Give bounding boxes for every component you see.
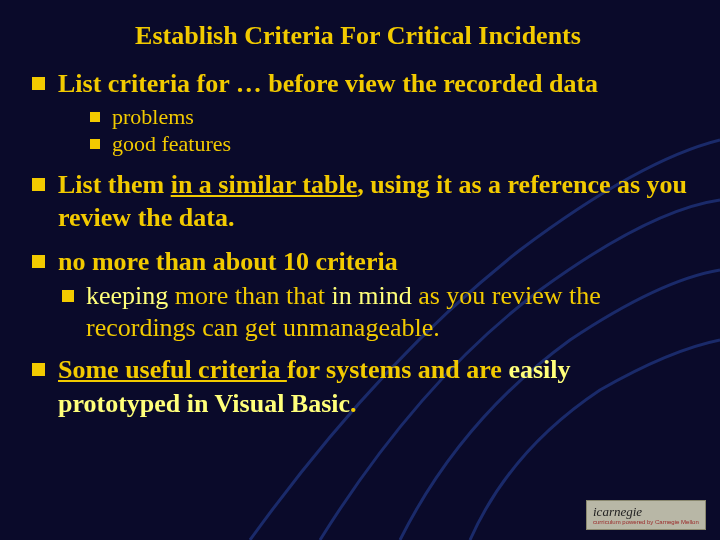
bullet-1-sublist: problems good features (58, 104, 690, 158)
bullet-3-sub-hi1: keeping (86, 281, 168, 310)
bullet-3-text: no more than about 10 criteria (58, 247, 398, 276)
bullet-3-sublist: keeping more than that in mind as you re… (58, 280, 690, 343)
bullet-3-sub-hi2: in mind (332, 281, 412, 310)
bullet-3: no more than about 10 criteria keeping m… (26, 245, 690, 344)
slide-title: Establish Criteria For Critical Incident… (26, 20, 690, 51)
bullet-3-sub-p2: more than that (168, 281, 331, 310)
bullet-2-part1: List them (58, 170, 171, 199)
bullet-4-p2: for systems and are (287, 355, 508, 384)
bullet-2-underlined: in a similar table (171, 170, 358, 199)
bullet-2: List them in a similar table, using it a… (26, 168, 690, 235)
slide-root: Establish Criteria For Critical Incident… (0, 0, 720, 540)
bullet-3-sub: keeping more than that in mind as you re… (58, 280, 690, 343)
bullet-1: List criteria for … before view the reco… (26, 67, 690, 158)
bullet-list: List criteria for … before view the reco… (26, 67, 690, 420)
logo-sub-text: curriculum powered by Carnegie Mellon (593, 519, 699, 525)
bullet-4: Some useful criteria for systems and are… (26, 353, 690, 420)
logo-box: icarnegie curriculum powered by Carnegie… (586, 500, 706, 530)
logo-main-text: icarnegie (593, 505, 699, 518)
bullet-4-underlined: Some useful criteria (58, 355, 287, 384)
bullet-1-text: List criteria for … before view the reco… (58, 69, 598, 98)
bullet-1-sub-1: problems (58, 104, 690, 131)
bullet-1-sub-2: good features (58, 131, 690, 158)
logo: icarnegie curriculum powered by Carnegie… (586, 500, 706, 530)
bullet-4-p4: . (350, 389, 357, 418)
slide-content: Establish Criteria For Critical Incident… (0, 0, 720, 450)
